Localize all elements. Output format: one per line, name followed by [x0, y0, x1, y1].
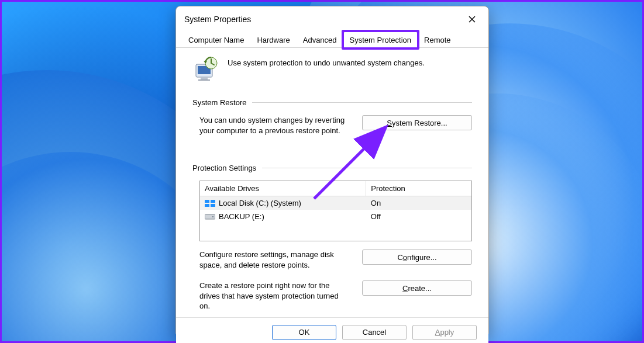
tab-hardware[interactable]: Hardware [250, 32, 296, 48]
drive-protection: On [366, 196, 471, 210]
svg-point-13 [212, 216, 213, 217]
group-system-restore-label: System Restore [192, 98, 246, 107]
tab-advanced[interactable]: Advanced [297, 32, 343, 48]
windows-drive-icon [205, 200, 215, 207]
svg-rect-4 [201, 77, 208, 79]
drives-list[interactable]: Available Drives Protection Local Disk (… [199, 181, 472, 241]
tab-remote[interactable]: Remote [418, 32, 457, 48]
drive-name: Local Disk (C:) (System) [219, 199, 301, 207]
system-restore-description: You can undo system changes by reverting… [192, 115, 349, 136]
group-protection-settings: Protection Settings Available Drives Pro… [192, 164, 472, 311]
drive-protection: Off [366, 210, 471, 223]
dialog-button-bar: OK Cancel Apply [176, 317, 488, 343]
drives-header: Available Drives Protection [200, 181, 471, 196]
close-icon [469, 16, 476, 23]
create-description: Create a restore point right now for the… [192, 280, 349, 311]
ok-button[interactable]: OK [272, 325, 336, 340]
svg-rect-11 [211, 204, 215, 207]
svg-rect-12 [205, 214, 215, 219]
group-protection-settings-label: Protection Settings [192, 164, 256, 172]
drives-header-drive: Available Drives [200, 181, 366, 196]
create-button[interactable]: Create... [362, 280, 472, 296]
tab-computer-name[interactable]: Computer Name [182, 32, 250, 48]
configure-button[interactable]: Configure... [362, 250, 472, 265]
tab-strip: Computer Name Hardware Advanced System P… [176, 31, 488, 48]
group-system-restore: System Restore You can undo system chang… [192, 98, 472, 136]
intro-text: Use system protection to undo unwanted s… [228, 56, 425, 67]
configure-description: Configure restore settings, manage disk … [192, 250, 349, 270]
svg-rect-5 [198, 79, 210, 81]
svg-rect-8 [205, 200, 209, 203]
drives-header-protection: Protection [366, 181, 471, 196]
svg-rect-9 [211, 200, 215, 203]
hdd-drive-icon [205, 213, 215, 220]
system-protection-icon [192, 56, 219, 83]
titlebar: System Properties [176, 6, 488, 31]
apply-button[interactable]: Apply [412, 325, 477, 340]
svg-rect-10 [205, 204, 209, 207]
close-button[interactable] [462, 11, 483, 27]
tab-system-protection-body: Use system protection to undo unwanted s… [176, 48, 488, 317]
tab-system-protection[interactable]: System Protection [343, 32, 418, 48]
window-title: System Properties [184, 15, 251, 24]
drive-row[interactable]: BACKUP (E:) Off [200, 210, 471, 223]
system-properties-dialog: System Properties Computer Name Hardware… [175, 6, 489, 337]
drive-name: BACKUP (E:) [219, 212, 264, 221]
cancel-button[interactable]: Cancel [342, 325, 407, 340]
drive-row[interactable]: Local Disk (C:) (System) On [200, 196, 471, 210]
system-restore-button[interactable]: System Restore... [362, 115, 472, 130]
